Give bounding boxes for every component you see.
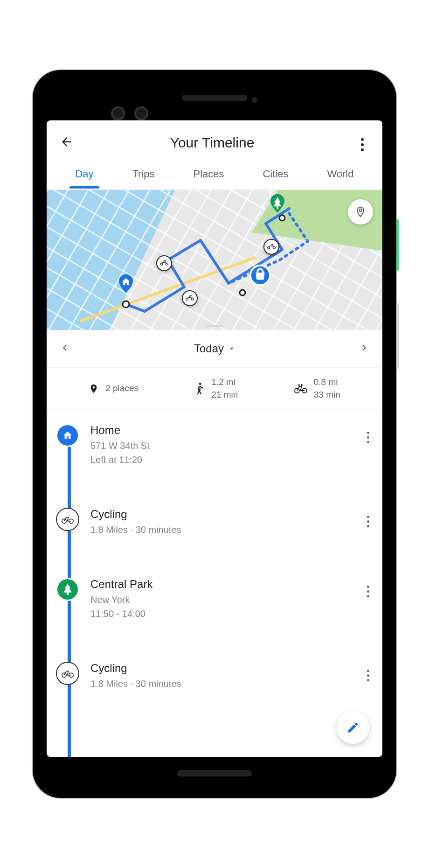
item-menu-button[interactable]	[363, 662, 373, 685]
chevron-right-icon	[359, 343, 369, 353]
prev-day-button[interactable]	[60, 343, 70, 355]
app-screen: Your Timeline Day Trips Places Cities Wo…	[47, 120, 382, 757]
tab-world[interactable]: World	[324, 162, 356, 188]
map-marker-bike-3[interactable]	[263, 239, 279, 255]
summary-cycling: 0.8 mi 33 min	[294, 376, 340, 401]
map-pin-park[interactable]	[268, 194, 287, 212]
bike-icon	[56, 662, 79, 685]
front-camera	[111, 106, 125, 120]
tab-day[interactable]: Day	[72, 162, 96, 188]
item-title: Central Park	[90, 578, 352, 591]
home-icon	[56, 424, 79, 447]
bike-icon	[267, 242, 276, 252]
item-menu-button[interactable]	[363, 508, 373, 531]
tab-bar: Day Trips Places Cities World	[47, 162, 382, 190]
item-time: Left at 11:20	[90, 453, 352, 467]
date-selector[interactable]: Today	[70, 342, 359, 355]
svg-point-5	[199, 383, 201, 385]
tree-icon	[56, 578, 79, 601]
item-title: Home	[90, 424, 352, 437]
app-header: Your Timeline	[47, 120, 382, 162]
item-location: New York	[90, 593, 352, 607]
bike-distance: 0.8 mi	[314, 376, 340, 389]
map-view[interactable]	[47, 190, 382, 330]
timeline-item-central-park[interactable]: Central Park New York 11:50 - 14:00	[56, 578, 373, 621]
svg-point-9	[62, 519, 66, 523]
item-detail: 1.8 Miles · 30 minutes	[90, 677, 352, 691]
power-button	[396, 219, 399, 271]
places-count: 2 places	[105, 382, 138, 395]
timeline-item-cycling-2[interactable]: Cycling 1.8 Miles · 30 minutes	[56, 662, 373, 691]
bike-icon	[159, 259, 169, 268]
item-menu-button[interactable]	[363, 578, 373, 601]
phone-speaker	[182, 95, 247, 101]
pencil-icon	[346, 721, 360, 734]
svg-point-11	[62, 673, 66, 677]
drag-handle[interactable]	[206, 325, 223, 327]
bike-icon	[185, 294, 194, 303]
tab-cities[interactable]: Cities	[260, 162, 291, 188]
edit-fab[interactable]	[337, 711, 369, 744]
bike-time: 33 min	[314, 389, 340, 401]
dropdown-icon	[228, 345, 235, 352]
walk-distance: 1.2 mi	[211, 376, 238, 389]
item-menu-button[interactable]	[363, 424, 373, 447]
map-route	[47, 190, 382, 330]
svg-point-0	[123, 301, 129, 308]
more-vert-icon	[361, 138, 364, 151]
svg-point-3	[240, 290, 245, 295]
tab-trips[interactable]: Trips	[130, 162, 158, 188]
map-pin-shopping[interactable]	[249, 265, 268, 283]
date-navigator: Today	[47, 330, 382, 368]
activity-summary: 2 places 1.2 mi 21 min 0.8 mi 33 min	[47, 368, 382, 410]
item-time: 11:50 - 14:00	[90, 607, 352, 621]
bike-icon	[294, 384, 307, 394]
chevron-left-icon	[60, 343, 70, 353]
timeline-list[interactable]: Home 571 W 34th St Left at 11:20 Cycling…	[47, 410, 382, 757]
svg-point-8	[301, 384, 303, 386]
location-pin-icon	[355, 206, 366, 217]
item-title: Cycling	[90, 662, 352, 675]
item-title: Cycling	[90, 508, 352, 521]
more-vert-icon	[367, 586, 369, 597]
volume-button	[396, 303, 399, 369]
next-day-button[interactable]	[359, 343, 369, 355]
bike-icon	[56, 508, 79, 531]
sensor	[252, 97, 257, 103]
more-vert-icon	[367, 670, 369, 681]
timeline-item-cycling-1[interactable]: Cycling 1.8 Miles · 30 minutes	[56, 508, 373, 537]
item-address: 571 W 34th St	[90, 439, 352, 453]
item-detail: 1.8 Miles · 30 minutes	[90, 523, 352, 537]
timeline-item-home[interactable]: Home 571 W 34th St Left at 11:20	[56, 424, 373, 467]
summary-walking: 1.2 mi 21 min	[194, 376, 238, 401]
walking-icon	[194, 382, 205, 395]
front-camera-2	[134, 106, 148, 120]
phone-frame: Your Timeline Day Trips Places Cities Wo…	[33, 70, 396, 798]
summary-places: 2 places	[89, 382, 138, 395]
overflow-menu-button[interactable]	[355, 134, 369, 151]
map-marker-bike-1[interactable]	[156, 255, 172, 271]
tab-places[interactable]: Places	[191, 162, 227, 188]
date-label: Today	[194, 342, 224, 355]
page-title: Your Timeline	[69, 135, 355, 151]
more-vert-icon	[367, 432, 369, 443]
place-icon	[89, 384, 99, 394]
map-recenter-button[interactable]	[348, 199, 373, 224]
map-marker-bike-2[interactable]	[182, 290, 198, 306]
bottom-speaker	[177, 770, 252, 777]
map-pin-home[interactable]	[117, 274, 135, 293]
more-vert-icon	[367, 516, 369, 527]
walk-time: 21 min	[211, 389, 238, 401]
